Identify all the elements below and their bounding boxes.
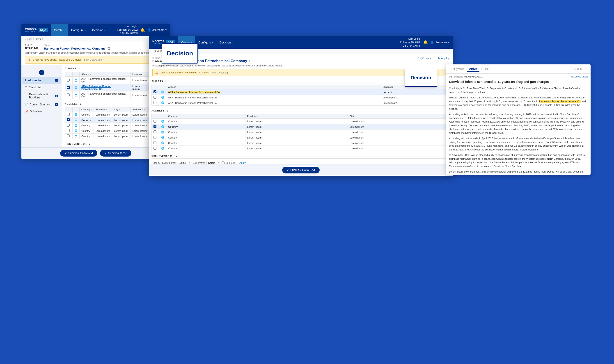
alias-checkbox-2[interactable] (67, 86, 70, 89)
nav-decision-1[interactable]: Decision ▾ (89, 24, 109, 36)
addr2-checkbox-5[interactable] (154, 141, 156, 144)
error-banner-1: ⚠ 2 records have errors. Please see QC N… (25, 56, 167, 64)
alias-row-2-1: 🌐 AKA - Rahavaran Fonoon Petrochemical C… (152, 90, 450, 95)
aliases-chevron-1[interactable]: ▲ (78, 67, 80, 70)
addr-checkbox-5[interactable] (67, 134, 70, 137)
event-name-select-wrap-2[interactable]: Select (178, 161, 191, 164)
submit-bar-1: ✓ Submit & Go to Next ✓ Submit & Close (21, 147, 170, 159)
risk-events-chevron-2[interactable]: ▲ (175, 155, 177, 157)
addr2-checkbox-4[interactable] (154, 136, 156, 139)
riskography-2: Riskography: Lorem ipsum dolor sit amet,… (149, 65, 453, 69)
qc-notes-btn-2[interactable]: ✏ QC notes (417, 56, 431, 59)
article-toolbar-icons: A A ⎘ (574, 67, 582, 71)
aliases-chevron-2[interactable]: ▲ (165, 80, 167, 83)
sidebar-item-event-list-1[interactable]: ☰ Event List (22, 84, 61, 91)
login-info-1: Last Login: February 16, 2022 2:51 PM GM… (118, 25, 138, 35)
addr-checkbox-3[interactable] (67, 124, 70, 127)
alias2-checkbox-1[interactable] (154, 90, 156, 93)
info-badge-1: 8 (55, 79, 58, 82)
event-list-icon-1: ☰ (25, 86, 27, 89)
submit-bar-2: ✓ Submit & Go to Next (149, 164, 453, 176)
font-size-icon[interactable]: A (577, 67, 579, 71)
submit-next-btn-2[interactable]: ✓ Submit & Go to Next (282, 167, 320, 173)
article-para-3: According to filed court documents and t… (449, 112, 588, 135)
sidebar-item-content-sources-1[interactable]: 📄 Content Sources 1 (22, 101, 61, 108)
aliases-col-alias-2: Aliases ▾ (166, 85, 381, 90)
sub-event-select-2[interactable]: Select (206, 161, 220, 164)
requeue-link[interactable]: Re-queue article (571, 76, 588, 78)
addr2-checkbox-2[interactable] (154, 125, 156, 128)
sidebar-item-information-1[interactable]: ℹ Information 8 (22, 77, 61, 84)
event-name-select-2[interactable]: Select (178, 161, 191, 164)
main-body-2: ALIASES ▲ Aliases ▾ Language 🌐 (149, 78, 453, 164)
addr-checkbox-2[interactable] (67, 118, 70, 121)
addr-checkbox-1[interactable] (67, 113, 70, 116)
sidebar-item-guidelines-1[interactable]: 📌 Guidelines (22, 108, 61, 115)
main-body-1: ← ℹ Information 8 ☰ Event List ↔ Relatio… (21, 65, 170, 147)
risk-events-chevron-1[interactable]: ▲ (88, 143, 91, 145)
aliases-col-alias: Aliases ▾ (80, 72, 131, 77)
nav-decision-2[interactable]: Decision ▾ (216, 36, 236, 49)
addr-checkbox-4[interactable] (67, 129, 70, 132)
alias-checkbox-1[interactable] (67, 78, 70, 81)
nav-username-1[interactable]: 👤 Username ▾ (148, 28, 167, 32)
alias-checkbox-3[interactable] (67, 93, 70, 96)
address-chevron-1[interactable]: ▲ (79, 103, 81, 105)
error-icon-2: ⚠ (155, 71, 158, 74)
nav-username-2[interactable]: 👤 Username ▾ (430, 41, 449, 44)
addr2-row-3: 🌐 CountryLorem ipsumLorem ipsum (152, 130, 450, 135)
entity-actions-2: ✏ QC notes 🕐 Activity log (417, 56, 449, 59)
chevron-decision-2: ▾ (231, 41, 233, 44)
selected-checkbox-2[interactable] (222, 161, 225, 164)
alias-row-2-2: 🌐 AKA - Rahavaran Fonoon Petrochemical C… (152, 95, 450, 100)
copy-icon[interactable]: ⎘ (580, 67, 582, 71)
sidebar-back-btn-1[interactable]: ← (39, 70, 44, 75)
chevron-configure-1: ▾ (85, 29, 86, 31)
content-sources-icon-1: 📄 (25, 103, 28, 106)
content-badge-1: 1 (55, 103, 58, 106)
navbar-1: MOODY'S ANALYTICS DQA Curate ▾ Configure… (21, 24, 170, 36)
sidebar-item-relationships-1[interactable]: ↔ Relationships & Positions 2 (22, 91, 61, 101)
article-close-btn[interactable]: ✕ (585, 67, 588, 71)
article-panel: Entity view Article A A ⎘ ✕ US Fed News … (446, 65, 590, 175)
article-tab[interactable]: Article (467, 66, 479, 72)
error-icon-1: ⚠ (28, 58, 31, 62)
logo-1: MOODY'S ANALYTICS (25, 27, 37, 32)
addr2-row-4: 🌐 CountryLorem ipsumLorem ipsum (152, 135, 450, 140)
addr2-checkbox-6[interactable] (154, 147, 156, 150)
nav-configure-2[interactable]: Configure ▾ (195, 36, 216, 49)
addr2-checkbox-1[interactable] (154, 120, 156, 123)
nav-curate-1[interactable]: Curate ▾ (51, 24, 68, 36)
chevron-curate-1: ▾ (64, 29, 65, 31)
activity-log-btn-2[interactable]: 🕐 Activity log (433, 56, 449, 59)
submit-close-btn-1[interactable]: ✓ Submit & Close (100, 150, 131, 156)
nav-icons-1: 🔔 (140, 28, 145, 32)
risk-events-header-2: RISK EVENTS (1) ▲ (151, 153, 450, 158)
format-icon[interactable]: A (574, 67, 575, 71)
addr2-row-5: 🌐 CountryLorem ipsumLorem ipsum (152, 140, 450, 146)
entity-view-tab[interactable]: Entity view (449, 66, 466, 71)
apply-btn-2[interactable]: Apply (237, 161, 248, 164)
submit-next-btn-1[interactable]: ✓ Submit & Go to Next (60, 150, 97, 156)
alias-row-2-3: 🌐 AKA - Rahavaran Fonoon Petrochemical C… (152, 100, 450, 106)
address-chevron-2[interactable]: ▲ (166, 109, 168, 112)
article-para-1: Charlotte, N.C., June 10 — The U.S. Depa… (449, 87, 588, 94)
alias2-checkbox-3[interactable] (154, 101, 156, 104)
risk-id-col-1: Risk ID: R2281142 (25, 44, 39, 50)
article-title: Convicted felon is sentenced to 11 years… (446, 79, 590, 86)
entity-name-col-1: Name Rahavaran Fonoon Petrochemical Comp… (44, 44, 110, 50)
window-1: MOODY'S ANALYTICS DQA Curate ▾ Configure… (21, 24, 170, 159)
sub-event-select-wrap-2[interactable]: Select (206, 161, 220, 164)
selected-checkbox-label-2[interactable]: Selected (222, 161, 235, 164)
logo-analytics-1: ANALYTICS (25, 30, 37, 32)
dqa-badge-1: DQA (39, 28, 48, 32)
article-search-input[interactable] (481, 67, 572, 71)
relationships-icon-1: ↔ (25, 94, 28, 98)
logo-moody-1: MOODY'S (25, 27, 37, 30)
nav-configure-1[interactable]: Configure ▾ (68, 24, 89, 36)
addr2-row-2: 🌐 CountryLorem ipsumLorem ipsum (152, 124, 450, 130)
alias2-checkbox-2[interactable] (154, 96, 156, 99)
riskography-1: Riskography: Lorem ipsum dolor sit amet,… (21, 52, 170, 56)
chevron-configure-2: ▾ (212, 41, 213, 44)
addr2-checkbox-3[interactable] (154, 130, 156, 133)
